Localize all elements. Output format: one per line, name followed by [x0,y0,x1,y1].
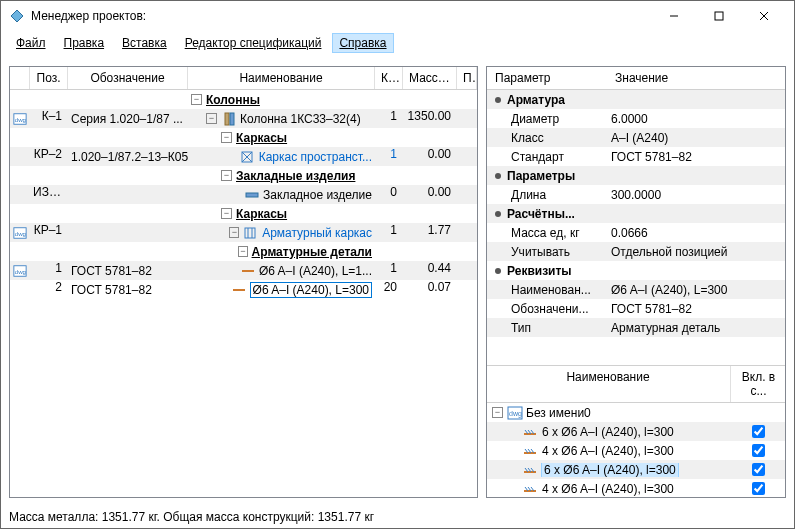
collapse-icon[interactable]: − [221,170,232,181]
status-text: Масса металла: 1351.77 кг. Общая масса к… [9,510,374,524]
prop-category[interactable]: Параметры [487,166,785,185]
col-note[interactable]: П... [457,67,477,89]
col-include[interactable]: Вкл. в с... [730,366,786,402]
collapse-icon[interactable]: − [238,246,247,257]
table-row[interactable]: КР–2 1.020–1/87.2–13–К05 Каркас простран… [10,147,477,166]
group-row-embedded[interactable]: −Закладные изделия [10,166,477,185]
list-item[interactable]: 4 x Ø6 A–I (А240), l=300 [486,441,786,460]
svg-rect-7 [225,113,229,125]
collapse-icon[interactable]: − [492,407,503,418]
menu-file[interactable]: Файл [9,33,53,53]
group-row-frames[interactable]: −Каркасы [10,128,477,147]
table-row[interactable]: dwg К–1 Серия 1.020–1/87 ... − Колонна 1… [10,109,477,128]
inclusion-panel: Наименование Вкл. в с... − dwg Без имени… [486,365,786,498]
column-icon [221,112,237,126]
tree-header: Поз. Обозначение Наименование К... Масса… [10,67,477,90]
svg-rect-8 [230,113,234,125]
properties-body[interactable]: Арматура Диаметр6.0000 КлассA–I (А240) С… [487,90,785,337]
window-controls [651,2,786,30]
include-checkbox[interactable] [752,463,765,476]
maximize-button[interactable] [696,2,741,30]
list-item[interactable]: 4 x Ø6 A–I (А240), l=300 [486,479,786,498]
dwg-icon: dwg [507,406,523,420]
prop-row[interactable]: СтандартГОСТ 5781–82 [487,147,785,166]
prop-row[interactable]: Длина300.0000 [487,185,785,204]
include-checkbox[interactable] [752,482,765,495]
inclusion-header: Наименование Вкл. в с... [486,366,786,403]
list-item-label: 6 x Ø6 A–I (А240), l=300 [542,425,674,439]
collapse-icon[interactable]: − [206,113,217,124]
prop-category[interactable]: Арматура [487,90,785,109]
prop-row[interactable]: КлассA–I (А240) [487,128,785,147]
svg-text:dwg: dwg [509,410,522,418]
col-qty[interactable]: К... [375,67,403,89]
list-item-label: 4 x Ø6 A–I (А240), l=300 [542,482,674,496]
group-row-rebar-details[interactable]: −Арматурные детали [10,242,477,261]
col-param[interactable]: Параметр [487,67,607,89]
rebar-segment-icon [522,426,538,438]
minimize-button[interactable] [651,2,696,30]
list-item[interactable]: 6 x Ø6 A–I (А240), l=300 [486,460,786,479]
dwg-icon: dwg [13,226,27,240]
include-checkbox[interactable] [752,444,765,457]
col-pos[interactable]: Поз. [30,67,68,89]
table-row[interactable]: dwg 1 ГОСТ 5781–82 Ø6 A–I (А240), L=1...… [10,261,477,280]
collapse-icon[interactable]: − [191,94,202,105]
rebar-icon [231,283,247,297]
svg-rect-15 [245,228,255,238]
col-value[interactable]: Значение [607,67,785,89]
list-item-label: 4 x Ø6 A–I (А240), l=300 [542,444,674,458]
dwg-icon: dwg [13,264,27,278]
collapse-icon[interactable]: − [229,227,239,238]
list-item[interactable]: 6 x Ø6 A–I (А240), l=300 [486,422,786,441]
properties-header: Параметр Значение [487,67,785,90]
prop-row[interactable]: ТипАрматурная деталь [487,318,785,337]
app-icon [9,8,25,24]
embed-icon [244,188,260,202]
rebar-segment-icon [522,483,538,495]
prop-row[interactable]: УчитыватьОтдельной позицией [487,242,785,261]
svg-text:dwg: dwg [15,229,26,236]
table-row[interactable]: ИЗ–1 Закладное изделие 0 0.00 [10,185,477,204]
inclusion-body[interactable]: − dwg Без имени0 6 x Ø6 A–I (А240), l=30… [486,403,786,498]
table-row-selected[interactable]: 2 ГОСТ 5781–82 Ø6 A–I (А240), L=300 20 0… [10,280,477,299]
group-row-frames-2[interactable]: −Каркасы [10,204,477,223]
prop-row[interactable]: Масса ед, кг0.0666 [487,223,785,242]
frame-icon [240,150,256,164]
include-checkbox[interactable] [752,425,765,438]
menu-insert[interactable]: Вставка [115,33,174,53]
content-area: Поз. Обозначение Наименование К... Масса… [1,58,794,506]
statusbar: Масса металла: 1351.77 кг. Общая масса к… [1,506,794,528]
menu-edit[interactable]: Правка [57,33,112,53]
titlebar: Менеджер проектов: [1,1,794,31]
rebar-segment-icon [522,445,538,457]
prop-row[interactable]: Обозначени...ГОСТ 5781–82 [487,299,785,318]
tree-body[interactable]: −Колонны dwg К–1 Серия 1.020–1/87 ... − … [10,90,477,497]
properties-panel: Параметр Значение Арматура Диаметр6.0000… [486,66,786,498]
svg-rect-12 [246,193,258,197]
table-row[interactable]: dwg КР–1 − Арматурный каркас 1 1.77 [10,223,477,242]
window-title: Менеджер проектов: [31,9,651,23]
prop-category[interactable]: Расчётны... [487,204,785,223]
collapse-icon[interactable]: − [221,208,232,219]
col-name[interactable]: Наименование [486,366,730,402]
col-designation[interactable]: Обозначение [68,67,188,89]
rebar-cage-icon [243,226,259,240]
svg-marker-0 [11,10,23,22]
menu-help[interactable]: Справка [332,33,393,53]
prop-row[interactable]: Наименован...Ø6 A–I (А240), L=300 [487,280,785,299]
project-tree-panel: Поз. Обозначение Наименование К... Масса… [9,66,478,498]
rebar-icon [240,264,256,278]
close-button[interactable] [741,2,786,30]
list-root[interactable]: − dwg Без имени0 [486,403,786,422]
menu-spec-editor[interactable]: Редактор спецификаций [178,33,329,53]
group-row-columns[interactable]: −Колонны [10,90,477,109]
menubar: Файл Правка Вставка Редактор спецификаци… [1,31,794,58]
collapse-icon[interactable]: − [221,132,232,143]
rebar-segment-icon [522,464,538,476]
prop-category[interactable]: Реквизиты [487,261,785,280]
col-name[interactable]: Наименование [188,67,375,89]
col-mass[interactable]: Масса ... [403,67,457,89]
prop-row[interactable]: Диаметр6.0000 [487,109,785,128]
svg-rect-2 [715,12,723,20]
